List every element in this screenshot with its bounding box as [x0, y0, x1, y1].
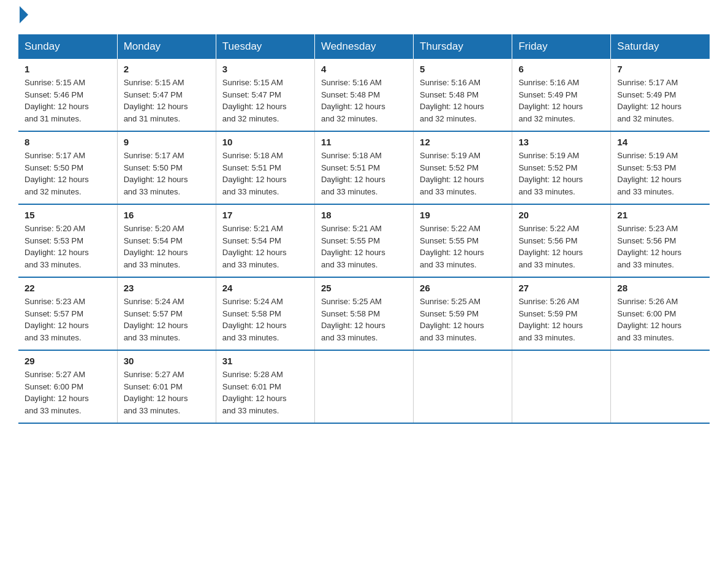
calendar-cell: 8 Sunrise: 5:17 AM Sunset: 5:50 PM Dayli…	[18, 131, 117, 204]
day-info: Sunrise: 5:17 AM Sunset: 5:50 PM Dayligh…	[25, 150, 111, 197]
day-info: Sunrise: 5:25 AM Sunset: 5:58 PM Dayligh…	[321, 296, 407, 343]
day-info: Sunrise: 5:21 AM Sunset: 5:55 PM Dayligh…	[321, 223, 407, 270]
day-info: Sunrise: 5:19 AM Sunset: 5:52 PM Dayligh…	[420, 150, 506, 197]
day-info: Sunrise: 5:23 AM Sunset: 5:56 PM Dayligh…	[617, 223, 703, 270]
day-info: Sunrise: 5:17 AM Sunset: 5:49 PM Dayligh…	[617, 77, 703, 124]
weekday-header-thursday: Thursday	[414, 34, 512, 59]
day-number: 21	[617, 210, 703, 220]
calendar-cell: 3 Sunrise: 5:15 AM Sunset: 5:47 PM Dayli…	[216, 59, 314, 131]
day-number: 31	[222, 356, 308, 366]
day-number: 24	[222, 283, 308, 293]
day-number: 1	[25, 64, 111, 74]
day-info: Sunrise: 5:18 AM Sunset: 5:51 PM Dayligh…	[222, 150, 308, 197]
day-info: Sunrise: 5:22 AM Sunset: 5:55 PM Dayligh…	[420, 223, 506, 270]
day-info: Sunrise: 5:16 AM Sunset: 5:49 PM Dayligh…	[518, 77, 604, 124]
calendar-cell: 26 Sunrise: 5:25 AM Sunset: 5:59 PM Dayl…	[414, 277, 512, 350]
calendar-cell: 17 Sunrise: 5:21 AM Sunset: 5:54 PM Dayl…	[216, 204, 314, 277]
day-number: 14	[617, 137, 703, 147]
day-number: 30	[124, 356, 210, 366]
weekday-header-wednesday: Wednesday	[314, 34, 413, 59]
day-info: Sunrise: 5:16 AM Sunset: 5:48 PM Dayligh…	[420, 77, 506, 124]
day-info: Sunrise: 5:22 AM Sunset: 5:56 PM Dayligh…	[518, 223, 604, 270]
calendar-cell: 12 Sunrise: 5:19 AM Sunset: 5:52 PM Dayl…	[414, 131, 512, 204]
day-info: Sunrise: 5:26 AM Sunset: 6:00 PM Dayligh…	[617, 296, 703, 343]
calendar-week-row: 1 Sunrise: 5:15 AM Sunset: 5:46 PM Dayli…	[18, 59, 710, 131]
day-number: 12	[420, 137, 506, 147]
calendar-cell: 4 Sunrise: 5:16 AM Sunset: 5:48 PM Dayli…	[314, 59, 413, 131]
day-number: 25	[321, 283, 407, 293]
day-info: Sunrise: 5:24 AM Sunset: 5:58 PM Dayligh…	[222, 296, 308, 343]
day-number: 23	[124, 283, 210, 293]
day-number: 10	[222, 137, 308, 147]
weekday-header-friday: Friday	[512, 34, 611, 59]
day-number: 19	[420, 210, 506, 220]
day-number: 16	[124, 210, 210, 220]
calendar-cell: 6 Sunrise: 5:16 AM Sunset: 5:49 PM Dayli…	[512, 59, 611, 131]
day-info: Sunrise: 5:15 AM Sunset: 5:47 PM Dayligh…	[124, 77, 210, 124]
calendar-cell: 25 Sunrise: 5:25 AM Sunset: 5:58 PM Dayl…	[314, 277, 413, 350]
calendar-cell: 30 Sunrise: 5:27 AM Sunset: 6:01 PM Dayl…	[117, 350, 216, 423]
day-info: Sunrise: 5:21 AM Sunset: 5:54 PM Dayligh…	[222, 223, 308, 270]
day-info: Sunrise: 5:20 AM Sunset: 5:53 PM Dayligh…	[25, 223, 111, 270]
day-number: 20	[518, 210, 604, 220]
day-number: 2	[124, 64, 210, 74]
day-info: Sunrise: 5:19 AM Sunset: 5:52 PM Dayligh…	[518, 150, 604, 197]
calendar-cell: 9 Sunrise: 5:17 AM Sunset: 5:50 PM Dayli…	[117, 131, 216, 204]
calendar-table: SundayMondayTuesdayWednesdayThursdayFrid…	[18, 34, 710, 424]
day-info: Sunrise: 5:16 AM Sunset: 5:48 PM Dayligh…	[321, 77, 407, 124]
calendar-cell: 11 Sunrise: 5:18 AM Sunset: 5:51 PM Dayl…	[314, 131, 413, 204]
weekday-header-tuesday: Tuesday	[216, 34, 314, 59]
calendar-week-row: 22 Sunrise: 5:23 AM Sunset: 5:57 PM Dayl…	[18, 277, 710, 350]
calendar-cell: 28 Sunrise: 5:26 AM Sunset: 6:00 PM Dayl…	[611, 277, 710, 350]
calendar-cell: 29 Sunrise: 5:27 AM Sunset: 6:00 PM Dayl…	[18, 350, 117, 423]
calendar-week-row: 8 Sunrise: 5:17 AM Sunset: 5:50 PM Dayli…	[18, 131, 710, 204]
calendar-cell: 31 Sunrise: 5:28 AM Sunset: 6:01 PM Dayl…	[216, 350, 314, 423]
day-info: Sunrise: 5:25 AM Sunset: 5:59 PM Dayligh…	[420, 296, 506, 343]
calendar-cell: 20 Sunrise: 5:22 AM Sunset: 5:56 PM Dayl…	[512, 204, 611, 277]
weekday-header-saturday: Saturday	[611, 34, 710, 59]
day-number: 4	[321, 64, 407, 74]
day-number: 13	[518, 137, 604, 147]
day-info: Sunrise: 5:20 AM Sunset: 5:54 PM Dayligh…	[124, 223, 210, 270]
day-number: 22	[25, 283, 111, 293]
day-number: 15	[25, 210, 111, 220]
calendar-cell: 7 Sunrise: 5:17 AM Sunset: 5:49 PM Dayli…	[611, 59, 710, 131]
day-number: 9	[124, 137, 210, 147]
calendar-week-row: 29 Sunrise: 5:27 AM Sunset: 6:00 PM Dayl…	[18, 350, 710, 423]
day-number: 6	[518, 64, 604, 74]
calendar-cell: 10 Sunrise: 5:18 AM Sunset: 5:51 PM Dayl…	[216, 131, 314, 204]
calendar-cell: 23 Sunrise: 5:24 AM Sunset: 5:57 PM Dayl…	[117, 277, 216, 350]
calendar-cell: 27 Sunrise: 5:26 AM Sunset: 5:59 PM Dayl…	[512, 277, 611, 350]
day-info: Sunrise: 5:19 AM Sunset: 5:53 PM Dayligh…	[617, 150, 703, 197]
weekday-header-row: SundayMondayTuesdayWednesdayThursdayFrid…	[18, 34, 710, 59]
calendar-cell	[512, 350, 611, 423]
day-number: 29	[25, 356, 111, 366]
calendar-cell	[314, 350, 413, 423]
day-info: Sunrise: 5:28 AM Sunset: 6:01 PM Dayligh…	[222, 369, 308, 416]
day-info: Sunrise: 5:17 AM Sunset: 5:50 PM Dayligh…	[124, 150, 210, 197]
calendar-cell	[414, 350, 512, 423]
calendar-cell: 5 Sunrise: 5:16 AM Sunset: 5:48 PM Dayli…	[414, 59, 512, 131]
day-info: Sunrise: 5:23 AM Sunset: 5:57 PM Dayligh…	[25, 296, 111, 343]
day-info: Sunrise: 5:15 AM Sunset: 5:47 PM Dayligh…	[222, 77, 308, 124]
day-info: Sunrise: 5:24 AM Sunset: 5:57 PM Dayligh…	[124, 296, 210, 343]
logo-triangle-icon	[20, 6, 28, 23]
day-info: Sunrise: 5:18 AM Sunset: 5:51 PM Dayligh…	[321, 150, 407, 197]
day-number: 18	[321, 210, 407, 220]
calendar-cell: 22 Sunrise: 5:23 AM Sunset: 5:57 PM Dayl…	[18, 277, 117, 350]
day-number: 3	[222, 64, 308, 74]
day-info: Sunrise: 5:15 AM Sunset: 5:46 PM Dayligh…	[25, 77, 111, 124]
logo	[18, 12, 28, 23]
day-number: 17	[222, 210, 308, 220]
weekday-header-monday: Monday	[117, 34, 216, 59]
day-number: 26	[420, 283, 506, 293]
calendar-cell: 21 Sunrise: 5:23 AM Sunset: 5:56 PM Dayl…	[611, 204, 710, 277]
day-number: 11	[321, 137, 407, 147]
day-number: 28	[617, 283, 703, 293]
weekday-header-sunday: Sunday	[18, 34, 117, 59]
calendar-cell: 16 Sunrise: 5:20 AM Sunset: 5:54 PM Dayl…	[117, 204, 216, 277]
calendar-week-row: 15 Sunrise: 5:20 AM Sunset: 5:53 PM Dayl…	[18, 204, 710, 277]
calendar-cell: 15 Sunrise: 5:20 AM Sunset: 5:53 PM Dayl…	[18, 204, 117, 277]
calendar-cell: 14 Sunrise: 5:19 AM Sunset: 5:53 PM Dayl…	[611, 131, 710, 204]
page-header	[18, 12, 710, 23]
